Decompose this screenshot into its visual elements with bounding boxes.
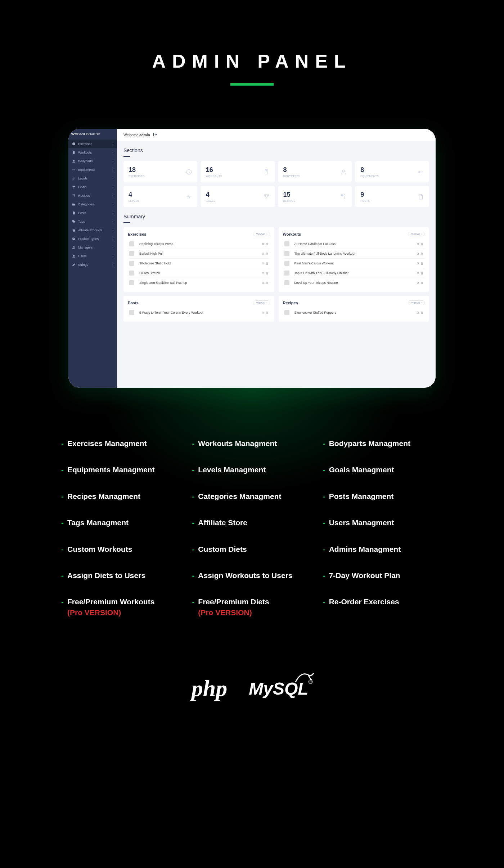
panel-exercises: ExercisesView All ›Reclining Triceps Pre… <box>123 227 274 292</box>
view-all-button[interactable]: View All › <box>408 232 425 236</box>
gear-icon[interactable]: ⚙ <box>417 262 419 265</box>
delete-icon[interactable]: 🗑 <box>266 272 269 275</box>
delete-icon[interactable]: 🗑 <box>266 281 269 285</box>
clipboard-icon <box>263 169 270 175</box>
list-row[interactable]: Top It Off With This Full-Body Finisher⚙… <box>283 268 425 278</box>
gear-icon[interactable]: ⚙ <box>417 311 419 314</box>
sections-title: Sections <box>117 141 436 155</box>
svg-point-3 <box>73 160 74 161</box>
sidebar-item-bodyparts[interactable]: Bodyparts› <box>68 157 117 165</box>
dash-bullet: - <box>323 517 325 528</box>
dashboard-screenshot: W'SDASHBOARD® Exercises›Workouts›Bodypar… <box>68 129 436 388</box>
stat-card-workouts[interactable]: 16WORKOUTS <box>201 161 275 182</box>
dash-bullet: - <box>192 544 194 554</box>
feature-label: Posts Managment <box>329 491 394 501</box>
gear-icon[interactable]: ⚙ <box>262 311 264 314</box>
delete-icon[interactable]: 🗑 <box>266 242 269 246</box>
list-row[interactable]: Real Man's Cardio Workout⚙🗑 <box>283 259 425 268</box>
gear-icon[interactable]: ⚙ <box>262 272 264 275</box>
gear-icon[interactable]: ⚙ <box>417 242 419 246</box>
cart-icon <box>72 228 76 232</box>
sidebar-item-equipments[interactable]: Equipments› <box>68 165 117 174</box>
stat-card-bodyparts[interactable]: 8BODYPARTS <box>278 161 352 182</box>
delete-icon[interactable]: 🗑 <box>420 242 423 246</box>
list-row[interactable]: At-Home Cardio for Fat Loss⚙🗑 <box>283 239 425 249</box>
sidebar-item-goals[interactable]: Goals› <box>68 183 117 191</box>
stat-card-equipments[interactable]: 8EQUIPMENTS <box>355 161 429 182</box>
stat-card-levels[interactable]: 4LEVELS <box>123 186 197 207</box>
gear-icon[interactable]: ⚙ <box>262 252 264 255</box>
sidebar-item-levels[interactable]: Levels› <box>68 174 117 183</box>
sidebar-item-label: Users <box>78 254 87 258</box>
delete-icon[interactable]: 🗑 <box>420 311 423 314</box>
sidebar-item-workouts[interactable]: Workouts› <box>68 148 117 157</box>
sidebar-item-label: Affiliate Products <box>78 228 102 232</box>
row-thumbnail <box>284 280 289 285</box>
delete-icon[interactable]: 🗑 <box>420 252 423 255</box>
gear-icon[interactable]: ⚙ <box>417 272 419 275</box>
list-row[interactable]: Single-arm Medicine Ball Pushup⚙🗑 <box>128 278 270 287</box>
chevron-right-icon: › <box>112 255 113 258</box>
list-row[interactable]: The Ultimate Full-Body Landmine Workout⚙… <box>283 249 425 259</box>
logout-icon[interactable] <box>153 132 157 137</box>
stat-card-goals[interactable]: 4GOALS <box>201 186 275 207</box>
logo-bold: W'S <box>71 132 77 136</box>
feature-item: -Custom Workouts <box>61 544 181 554</box>
view-all-button[interactable]: View All › <box>253 300 270 305</box>
gear-icon[interactable]: ⚙ <box>417 281 419 285</box>
delete-icon[interactable]: 🗑 <box>420 262 423 265</box>
stat-card-exercises[interactable]: 18EXERCISES <box>123 161 197 182</box>
list-row[interactable]: Level Up Your Triceps Routine⚙🗑 <box>283 278 425 287</box>
stat-card-posts[interactable]: 9POSTS <box>355 186 429 207</box>
sidebar-item-label: Strings <box>78 263 88 267</box>
sidebar-item-affiliate-products[interactable]: Affiliate Products› <box>68 226 117 235</box>
list-row[interactable]: 90-degree Static Hold⚙🗑 <box>128 259 270 268</box>
gear-icon[interactable]: ⚙ <box>262 281 264 285</box>
stat-number: 16 <box>206 166 222 174</box>
row-thumbnail <box>284 251 289 256</box>
feature-item: -Tags Managment <box>61 517 181 528</box>
view-all-button[interactable]: View All › <box>253 232 270 236</box>
sidebar-item-tags[interactable]: Tags› <box>68 217 117 226</box>
feature-label: Free/Premium Workouts <box>67 596 154 607</box>
feature-item: -Equipments Managment <box>61 464 181 475</box>
stat-label: GOALS <box>206 200 216 202</box>
sidebar-item-recipes[interactable]: Recipes› <box>68 191 117 200</box>
sidebar-item-exercises[interactable]: Exercises› <box>68 140 117 148</box>
delete-icon[interactable]: 🗑 <box>266 311 269 314</box>
delete-icon[interactable]: 🗑 <box>420 281 423 285</box>
sidebar-item-managers[interactable]: Managers› <box>68 243 117 252</box>
stat-card-recipes[interactable]: 15RECIPES <box>278 186 352 207</box>
list-row[interactable]: 5 Ways to Torch Your Core in Every Worko… <box>128 308 270 317</box>
pulse-icon <box>186 194 192 200</box>
delete-icon[interactable]: 🗑 <box>420 272 423 275</box>
row-thumbnail <box>284 241 289 246</box>
dash-bullet: - <box>192 517 194 528</box>
delete-icon[interactable]: 🗑 <box>266 252 269 255</box>
sidebar-item-strings[interactable]: Strings› <box>68 260 117 269</box>
stat-label: BODYPARTS <box>283 175 300 177</box>
sidebar-item-label: Levels <box>78 177 87 180</box>
sidebar-item-categories[interactable]: Categories› <box>68 200 117 209</box>
list-row[interactable]: Glutes Stretch⚙🗑 <box>128 268 270 278</box>
gear-icon[interactable]: ⚙ <box>262 242 264 246</box>
stat-label: POSTS <box>360 200 370 202</box>
sidebar-item-label: Tags <box>78 220 85 223</box>
row-thumbnail <box>284 261 289 266</box>
view-all-button[interactable]: View All › <box>408 300 425 305</box>
feature-label: Free/Premium Diets <box>198 596 269 607</box>
delete-icon[interactable]: 🗑 <box>266 262 269 265</box>
clock-icon <box>186 169 192 175</box>
sidebar-item-users[interactable]: Users› <box>68 252 117 260</box>
list-row[interactable]: Reclining Triceps Press⚙🗑 <box>128 239 270 249</box>
chevron-right-icon: › <box>112 203 113 206</box>
sidebar-item-posts[interactable]: Posts› <box>68 209 117 217</box>
trophy-icon <box>72 185 76 189</box>
sidebar-item-product-types[interactable]: Product Types› <box>68 235 117 243</box>
stat-number: 18 <box>129 166 145 174</box>
gear-icon[interactable]: ⚙ <box>262 262 264 265</box>
list-row[interactable]: Barbell High Pull⚙🗑 <box>128 249 270 259</box>
gear-icon[interactable]: ⚙ <box>417 252 419 255</box>
list-row[interactable]: Slow-cooker Stuffed Peppers⚙🗑 <box>283 308 425 317</box>
feature-label: Assign Workouts to Users <box>198 570 292 581</box>
